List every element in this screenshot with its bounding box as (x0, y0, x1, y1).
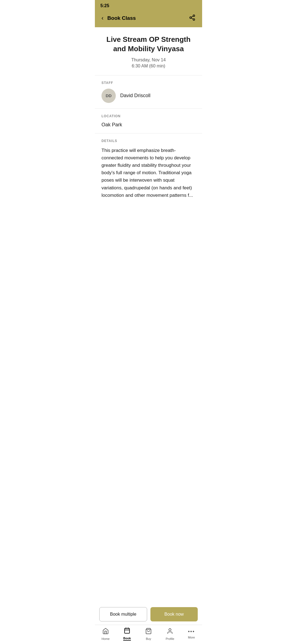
details-section: DETAILS This practice will emphasize bre… (95, 133, 202, 227)
details-label: DETAILS (101, 139, 196, 143)
share-button[interactable] (188, 13, 197, 23)
header-title: Book Class (107, 15, 136, 21)
staff-avatar: DD (101, 89, 116, 103)
staff-row: DD David Driscoll (101, 89, 196, 103)
staff-name: David Driscoll (120, 93, 150, 99)
svg-line-3 (191, 18, 193, 19)
staff-initials: DD (106, 93, 112, 98)
class-time: 6:30 AM (60 min) (101, 64, 196, 69)
staff-section: STAFF DD David Driscoll (95, 75, 202, 109)
svg-line-4 (191, 16, 193, 17)
details-text: This practice will emphasize breath-conn… (101, 147, 196, 199)
location-label: LOCATION (101, 114, 196, 118)
share-icon (189, 14, 196, 21)
header: ‹ Book Class (95, 10, 202, 27)
class-title: Live Stream OP Strength and Mobility Vin… (101, 35, 196, 54)
status-time: 5:25 (100, 3, 109, 8)
staff-label: STAFF (101, 81, 196, 85)
back-icon: ‹ (101, 15, 103, 22)
class-info-section: Live Stream OP Strength and Mobility Vin… (95, 27, 202, 75)
back-button[interactable]: ‹ (100, 13, 105, 23)
class-date: Thursday, Nov 14 (101, 58, 196, 62)
location-name: Oak Park (101, 122, 122, 127)
location-section: LOCATION Oak Park (95, 109, 202, 133)
status-bar: 5:25 (95, 0, 202, 10)
header-left: ‹ Book Class (100, 13, 136, 23)
